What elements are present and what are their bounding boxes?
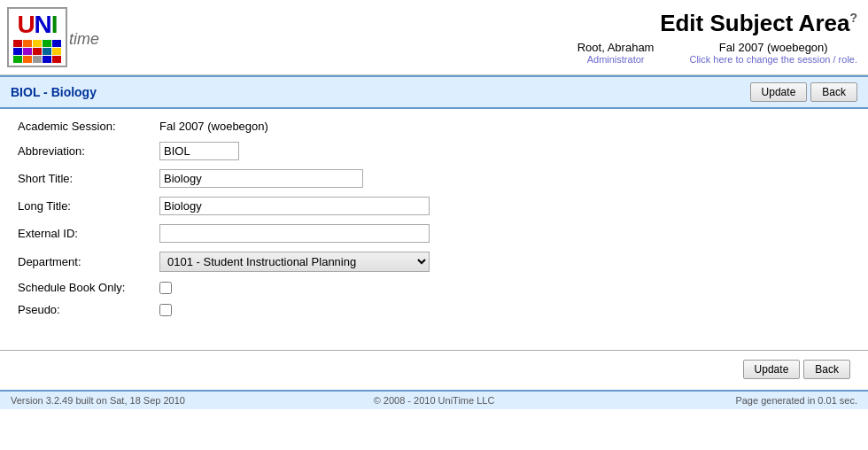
session-name: Fal 2007 (woebegon) [689,41,857,54]
short-title-label: Short Title: [18,172,159,185]
external-id-input[interactable] [159,224,430,243]
external-id-row: External ID: [18,224,850,243]
form-divider [0,350,868,351]
footer-copyright: © 2008 - 2010 UniTime LLC [293,395,576,406]
short-title-input[interactable] [159,169,363,188]
user-session: Root, Abraham Administrator Fal 2007 (wo… [577,41,857,65]
update-button-bottom[interactable]: Update [743,360,801,379]
back-button-bottom[interactable]: Back [803,360,850,379]
title-area: Edit Subject Area? Root, Abraham Adminis… [577,10,857,65]
footer: Version 3.2.49 built on Sat, 18 Sep 2010… [0,390,868,409]
logo-time: time [69,30,99,49]
pseudo-checkbox[interactable] [159,304,172,316]
logo-box: UNI [7,7,67,67]
academic-session-row: Academic Session: Fal 2007 (woebegon) [18,120,850,133]
schedule-book-row: Schedule Book Only: [18,281,850,294]
academic-session-value: Fal 2007 (woebegon) [159,120,268,133]
page-title: Edit Subject Area? [577,10,857,37]
short-title-row: Short Title: [18,169,850,188]
footer-generated: Page generated in 0.01 sec. [575,395,857,406]
abbreviation-input[interactable] [159,142,239,160]
user-info: Root, Abraham Administrator [577,41,655,65]
top-buttons: Update Back [750,82,857,102]
external-id-label: External ID: [18,227,159,240]
session-info: Fal 2007 (woebegon) Click here to change… [689,41,857,65]
header: UNI time Edit Sub [0,0,868,75]
help-icon[interactable]: ? [849,11,857,25]
section-title-text: BIOL - Biology [11,85,97,99]
form-area: Academic Session: Fal 2007 (woebegon) Ab… [0,109,868,336]
session-link[interactable]: Click here to change the session / role. [689,54,857,65]
user-role: Administrator [577,54,655,65]
pseudo-row: Pseudo: [18,303,850,316]
update-button-top[interactable]: Update [750,82,808,102]
logo-area: UNI time [7,7,99,67]
department-select[interactable]: 0101 - Student Instructional Planning [159,252,430,272]
schedule-book-checkbox[interactable] [159,282,172,294]
bottom-buttons: Update Back [0,360,868,390]
long-title-input[interactable] [159,197,430,215]
logo-grid [13,40,61,63]
back-button-top[interactable]: Back [810,82,857,102]
pseudo-label: Pseudo: [18,303,159,316]
section-title: BIOL - Biology Update Back [0,75,868,109]
long-title-row: Long Title: [18,197,850,215]
academic-session-label: Academic Session: [18,120,159,133]
department-row: Department: 0101 - Student Instructional… [18,252,850,272]
long-title-label: Long Title: [18,199,159,213]
schedule-book-label: Schedule Book Only: [18,281,159,294]
abbreviation-row: Abbreviation: [18,142,850,160]
user-name: Root, Abraham [577,41,655,54]
department-label: Department: [18,255,159,268]
logo-uni: UNI [17,12,57,37]
footer-version: Version 3.2.49 built on Sat, 18 Sep 2010 [11,395,293,406]
abbreviation-label: Abbreviation: [18,144,159,158]
